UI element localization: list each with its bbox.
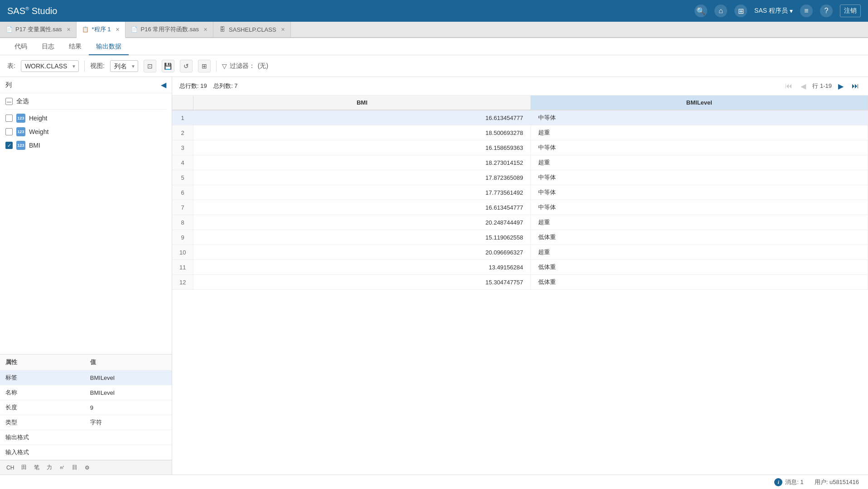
bmilevel-cell: 超重 (530, 215, 868, 230)
attr-row-outfmt: 输出格式 (0, 430, 172, 445)
status-bar: i 消息: 1 用户: u58151416 (0, 475, 868, 489)
message-label: 消息: 1 (785, 478, 803, 486)
last-page-button[interactable]: ⏭ (850, 81, 861, 91)
tab-class-close[interactable]: ✕ (281, 27, 285, 33)
tab-p16[interactable]: 📄 P16 常用字符函数.sas ✕ (125, 22, 214, 37)
table-row[interactable]: 6 17.773561492 中等体 (172, 185, 868, 200)
tab-class[interactable]: 🗄 SASHELP.CLASS ✕ (213, 22, 291, 37)
attr-infmt-value (85, 445, 172, 460)
message-info: i 消息: 1 (774, 478, 803, 486)
refresh-icon[interactable]: ↺ (180, 60, 193, 72)
first-page-button[interactable]: ⏮ (783, 81, 794, 91)
table-row[interactable]: 4 18.273014152 超重 (172, 155, 868, 170)
tool-edit[interactable]: 笔 (31, 463, 42, 472)
tool-list[interactable]: 目 (69, 463, 80, 472)
weight-checkbox[interactable] (5, 128, 13, 135)
bmi-cell: 15.304747757 (193, 275, 530, 290)
bmilevel-col-header[interactable]: BMILevel (530, 96, 868, 110)
bmi-cell: 20.248744497 (193, 215, 530, 230)
main-content: 列 ◀ 全选 123 Height 123 Weight (0, 77, 868, 475)
table-row[interactable]: 11 13.49156284 低体重 (172, 260, 868, 275)
col-item-height[interactable]: 123 Height (5, 111, 166, 125)
stats-text: 总行数: 19 总列数: 7 (179, 82, 238, 90)
grid-icon[interactable]: ⊞ (734, 5, 747, 17)
left-panel: 列 ◀ 全选 123 Height 123 Weight (0, 77, 172, 475)
pagination: ⏮ ◀ 行 1-19 ▶ ⏭ (783, 81, 861, 91)
settings-icon[interactable]: ≡ (800, 5, 813, 17)
table-select[interactable]: WORK.CLASS (21, 60, 79, 72)
subtab-result[interactable]: 结果 (62, 39, 89, 55)
bmi-cell: 18.273014152 (193, 155, 530, 170)
total-cols: 总列数: 7 (213, 82, 237, 89)
bmi-checkbox[interactable]: ✓ (5, 142, 13, 149)
select-all-checkbox[interactable] (5, 98, 13, 105)
table-row[interactable]: 8 20.248744497 超重 (172, 215, 868, 230)
save-icon[interactable]: 💾 (162, 60, 174, 72)
table-row[interactable]: 1 16.613454777 中等体 (172, 110, 868, 125)
bmi-cell: 16.613454777 (193, 110, 530, 125)
table-row[interactable]: 5 17.872365089 中等体 (172, 170, 868, 185)
bmi-cell: 17.872365089 (193, 170, 530, 185)
tab-class-label: SASHELP.CLASS (229, 26, 276, 33)
logout-button[interactable]: 注销 (840, 5, 861, 17)
bmilevel-cell: 中等体 (530, 200, 868, 215)
col-item-bmi[interactable]: ✓ 123 BMI (5, 139, 166, 152)
tab-prog1-label: *程序 1 (92, 25, 111, 34)
prev-page-button[interactable]: ◀ (798, 81, 809, 91)
row-num: 9 (172, 230, 193, 245)
home-icon[interactable]: ⌂ (714, 5, 727, 17)
table-row[interactable]: 2 18.500693278 超重 (172, 125, 868, 140)
attr-length-value: 9 (85, 400, 172, 415)
tool-grid[interactable]: 田 (19, 463, 29, 472)
bmilevel-cell: 中等体 (530, 170, 868, 185)
app-name: SAS (7, 6, 25, 16)
table-row[interactable]: 12 15.304747757 低体重 (172, 275, 868, 290)
tool-ch[interactable]: CH (4, 464, 17, 472)
bmi-cell: 15.119062558 (193, 230, 530, 245)
subtab-output[interactable]: 输出数据 (89, 39, 129, 55)
search-icon[interactable]: 🔍 (694, 5, 707, 17)
user-menu[interactable]: SAS 程序员 ▾ (754, 7, 793, 15)
columns-icon[interactable]: ⊞ (198, 60, 211, 72)
table-row[interactable]: 10 20.096696327 超重 (172, 245, 868, 260)
topbar-right: 🔍 ⌂ ⊞ SAS 程序员 ▾ ≡ ? 注销 (694, 5, 861, 17)
tab-prog1[interactable]: 📋 *程序 1 ✕ (77, 22, 125, 38)
subtabs: 代码 日志 结果 输出数据 (0, 38, 868, 55)
attributes-section: 属性 值 标签 BMILevel 名称 BMILevel 长度 (0, 354, 172, 460)
subtab-code[interactable]: 代码 (7, 39, 34, 55)
attr-infmt-name: 输入格式 (0, 445, 85, 460)
doc2-icon: 📄 (131, 26, 138, 33)
bmilevel-cell: 超重 (530, 245, 868, 260)
weight-label: Weight (29, 128, 48, 135)
row-num: 10 (172, 245, 193, 260)
help-icon[interactable]: ? (820, 5, 833, 17)
col-item-weight[interactable]: 123 Weight (5, 125, 166, 139)
attr-name-name: 名称 (0, 385, 85, 400)
view-select[interactable]: 列名 (110, 60, 138, 72)
next-page-button[interactable]: ▶ (835, 81, 846, 91)
tab-p17-close[interactable]: ✕ (67, 27, 71, 33)
attr-outfmt-name: 输出格式 (0, 430, 85, 445)
table-row[interactable]: 3 16.158659363 中等体 (172, 140, 868, 155)
tab-prog1-close[interactable]: ✕ (116, 27, 120, 33)
tool-fx[interactable]: 力 (44, 463, 55, 472)
bmi-col-header[interactable]: BMI (193, 96, 530, 110)
toolbar-sep1 (84, 61, 85, 72)
tab-p17[interactable]: 📄 P17 变量属性.sas ✕ (0, 22, 77, 37)
column-list: 全选 123 Height 123 Weight ✓ 123 BMI (0, 93, 172, 354)
collapse-button[interactable]: ◀ (161, 81, 166, 89)
select-all-label: 全选 (16, 97, 29, 105)
table-row[interactable]: 7 16.613454777 中等体 (172, 200, 868, 215)
table-icon: 🗄 (219, 26, 226, 33)
tab-p16-label: P16 常用字符函数.sas (141, 25, 199, 34)
select-all-item[interactable]: 全选 (5, 95, 166, 110)
height-checkbox[interactable] (5, 115, 13, 122)
tab-p16-close[interactable]: ✕ (203, 27, 207, 33)
attr-name-value: BMILevel (85, 385, 172, 400)
table-row[interactable]: 9 15.119062558 低体重 (172, 230, 868, 245)
tool-settings[interactable]: ⚙ (82, 464, 92, 472)
subtab-log[interactable]: 日志 (34, 39, 62, 55)
tool-measure[interactable]: ㎡ (57, 463, 68, 472)
attr-outfmt-value (85, 430, 172, 445)
export-icon[interactable]: ⊡ (144, 60, 156, 72)
